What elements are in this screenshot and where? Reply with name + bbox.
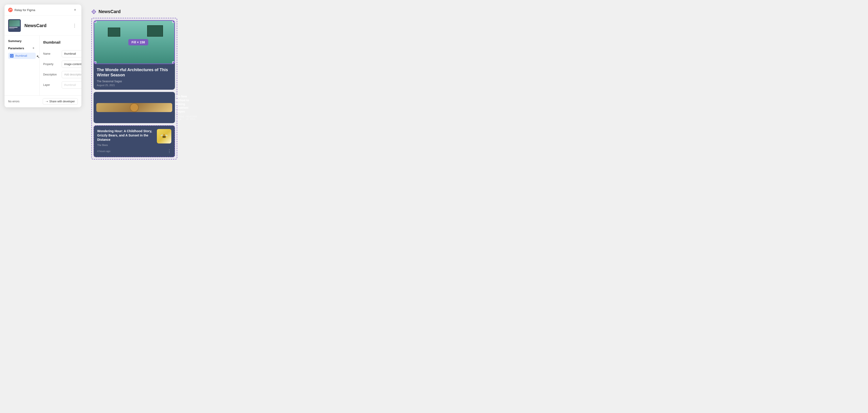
canvas-area: NewsCard xyxy=(87,4,864,164)
panel-footer: No errors ⇢ Share with developer xyxy=(4,95,81,107)
svg-point-9 xyxy=(163,134,165,136)
third-card-bees: Wondering Hour: A Childhood Story, Grizz… xyxy=(94,125,175,157)
cursor-arrow-icon: ↖ xyxy=(36,54,40,59)
left-panel: Relay for Figma × NewsCard ⋮ Summary Par… xyxy=(4,4,81,107)
layer-field-row: Layer thumbnail ⊕ xyxy=(43,81,81,89)
panel-title: Relay for Figma xyxy=(14,8,35,12)
panel-content: Summary Parameters + thumbnail ↖ thumbna… xyxy=(4,36,81,95)
property-field-row: Property image-content ▾ xyxy=(43,61,81,68)
bees-source: The Bees xyxy=(97,144,154,147)
bees-time: 4 hours ago xyxy=(97,150,110,153)
name-input[interactable] xyxy=(62,50,81,57)
share-label: Share with developer xyxy=(49,100,75,103)
crepes-meta: Morning Break November 10, 2021 xyxy=(175,115,197,120)
component-name: NewsCard xyxy=(24,23,46,28)
svg-point-0 xyxy=(11,9,12,10)
share-button[interactable]: ⇢ Share with developer xyxy=(43,98,78,105)
bee-image xyxy=(160,132,168,141)
building-window-1 xyxy=(108,28,120,37)
close-button[interactable]: × xyxy=(72,7,78,13)
svg-rect-8 xyxy=(162,137,166,138)
panel-title-row: Relay for Figma xyxy=(8,8,35,12)
small-card-crepes: The New Method to Making Breakfast Crepe… xyxy=(94,92,175,123)
crepes-content: The New Method to Making Breakfast Crepe… xyxy=(175,95,197,120)
newscard-wrapper: Fill × 158 The Wonde rful Architectures … xyxy=(91,18,177,159)
detail-title: thumbnail xyxy=(43,40,60,44)
component-canvas-icon xyxy=(91,9,96,14)
more-options-button[interactable]: ⋮ xyxy=(167,149,171,154)
featured-content: The Wonde rful Architectures of This Win… xyxy=(94,64,175,90)
component-thumbnail xyxy=(8,19,21,32)
bees-content: Wondering Hour: A Childhood Story, Grizz… xyxy=(97,129,154,147)
bee-thumbnail xyxy=(157,129,171,144)
parameter-name: thumbnail xyxy=(16,54,27,57)
image-icon xyxy=(11,55,13,57)
component-preview: NewsCard ⋮ xyxy=(4,15,81,36)
description-label: Description xyxy=(43,73,59,76)
third-card-row: Wondering Hour: A Childhood Story, Grizz… xyxy=(97,129,171,147)
add-parameter-button[interactable]: + xyxy=(31,46,36,51)
thumb-line-2 xyxy=(9,28,14,29)
property-label: Property xyxy=(43,63,59,66)
property-value: image-content xyxy=(64,63,81,66)
right-column: thumbnail Name Property xyxy=(39,36,81,95)
building-window-2 xyxy=(147,25,163,37)
name-field-row: Name xyxy=(43,50,81,57)
canvas-title: NewsCard xyxy=(98,9,121,14)
newscard-inner: Fill × 158 The Wonde rful Architectures … xyxy=(94,20,175,157)
featured-title: The Wonde rful Architectures of This Win… xyxy=(97,67,172,78)
left-column: Summary Parameters + thumbnail ↖ xyxy=(4,36,39,95)
parameter-item-thumbnail[interactable]: thumbnail ↖ xyxy=(8,53,36,59)
parameters-label: Parameters xyxy=(8,46,24,50)
thumb-img xyxy=(9,20,20,26)
params-header: Parameters + xyxy=(8,46,36,51)
layer-label: Layer xyxy=(43,83,59,87)
description-input[interactable] xyxy=(62,71,81,78)
bees-title: Wondering Hour: A Childhood Story, Grizz… xyxy=(97,129,154,142)
name-label: Name xyxy=(43,52,59,55)
canvas-header: NewsCard xyxy=(91,9,859,14)
share-icon: ⇢ xyxy=(46,100,48,103)
featured-card: Fill × 158 The Wonde rful Architectures … xyxy=(94,20,175,90)
relay-logo-icon xyxy=(8,8,13,12)
featured-image: Fill × 158 xyxy=(94,20,175,64)
crepes-title: The New Method to Making Breakfast Crepe… xyxy=(175,95,197,114)
fill-tooltip: Fill × 158 xyxy=(128,39,148,45)
parameter-icon xyxy=(10,54,13,58)
property-select[interactable]: image-content ▾ xyxy=(62,61,81,68)
featured-date: August 25, 2021 xyxy=(97,84,172,87)
third-card-footer: 4 hours ago ⋮ xyxy=(97,149,171,154)
crepe-image xyxy=(130,103,139,112)
thumb-line-1 xyxy=(9,27,18,28)
layer-value: thumbnail xyxy=(64,83,76,87)
featured-source: The Seasonal Sagas xyxy=(97,80,172,83)
component-more-button[interactable]: ⋮ xyxy=(71,22,78,29)
description-field-row: Description xyxy=(43,71,81,78)
detail-header: thumbnail xyxy=(43,39,81,45)
panel-header: Relay for Figma × xyxy=(4,4,81,15)
svg-rect-7 xyxy=(162,136,166,137)
layer-field: thumbnail ⊕ xyxy=(62,81,81,89)
crepes-source: Morning Break xyxy=(175,115,184,120)
summary-label: Summary xyxy=(8,39,36,43)
crepes-date: November 10, 2021 xyxy=(186,115,197,120)
no-errors-label: No errors xyxy=(8,100,20,103)
crepes-thumbnail xyxy=(96,103,172,112)
